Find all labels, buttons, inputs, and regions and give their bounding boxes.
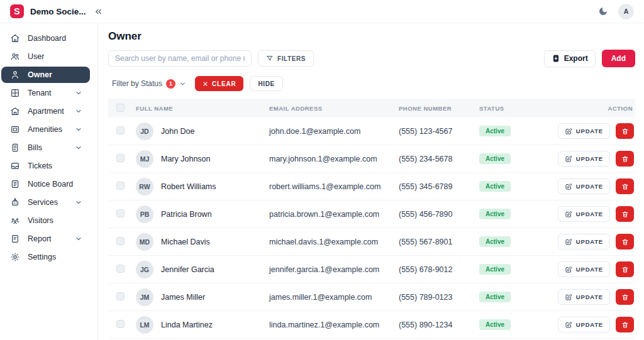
update-button-label: UPDATE — [576, 321, 603, 328]
update-button[interactable]: UPDATE — [558, 123, 610, 139]
hide-filters-button[interactable]: HIDE — [250, 76, 282, 91]
row-avatar: JD — [136, 123, 153, 140]
update-button-label: UPDATE — [576, 293, 603, 300]
sidebar-item-services[interactable]: Services — [1, 194, 90, 211]
owner-name: Michael Davis — [161, 238, 210, 246]
status-badge: Active — [479, 153, 511, 164]
owner-name: Mary Johnson — [161, 155, 211, 163]
search-input[interactable] — [108, 50, 252, 67]
update-button[interactable]: UPDATE — [558, 261, 610, 277]
users-icon — [10, 52, 20, 62]
update-button[interactable]: UPDATE — [558, 289, 610, 305]
owner-email: james.miller.1@example.com — [269, 293, 399, 302]
row-avatar: MJ — [136, 150, 153, 168]
row-avatar: PB — [136, 206, 153, 223]
edit-icon — [565, 238, 572, 246]
sidebar-item-user[interactable]: User — [1, 48, 90, 65]
row-checkbox[interactable] — [116, 320, 125, 328]
app-window: S Demo Socie... A Dashboard User Owner — [0, 0, 644, 340]
add-button[interactable]: Add — [602, 50, 635, 67]
edit-icon — [565, 321, 572, 329]
sidebar: Dashboard User Owner Tenant Apartment Am… — [0, 23, 98, 340]
delete-button[interactable] — [616, 317, 634, 332]
document-icon — [10, 234, 20, 244]
sidebar-item-label: Dashboard — [28, 34, 66, 43]
clear-filters-button[interactable]: CLEAR — [195, 76, 243, 91]
filter-count-badge: 1 — [166, 79, 175, 89]
person-icon — [10, 70, 20, 80]
row-checkbox[interactable] — [116, 265, 125, 273]
owner-name: James Miller — [161, 293, 205, 302]
sidebar-item-amenities[interactable]: Amenities — [1, 121, 90, 138]
table-row: MDMichael Davis michael.davis.1@example.… — [108, 228, 635, 256]
table-row: JDJohn Doe john.doe.1@example.com (555) … — [108, 118, 635, 145]
update-button[interactable]: UPDATE — [558, 151, 610, 167]
status-badge: Active — [479, 236, 511, 247]
delete-button[interactable] — [616, 289, 634, 305]
filter-bar: Filter by Status 1 CLEAR HIDE — [108, 76, 635, 91]
update-button[interactable]: UPDATE — [558, 178, 610, 194]
owner-name: Robert Williams — [161, 182, 216, 191]
sidebar-item-label: Amenities — [28, 125, 62, 134]
sidebar-item-tickets[interactable]: Tickets — [1, 158, 90, 174]
sidebar-item-owner[interactable]: Owner — [1, 67, 90, 83]
sidebar-item-settings[interactable]: Settings — [1, 249, 90, 265]
dark-mode-toggle[interactable] — [598, 6, 608, 16]
update-button[interactable]: UPDATE — [558, 317, 610, 332]
filters-button[interactable]: FILTERS — [258, 50, 314, 67]
user-avatar[interactable]: A — [618, 4, 634, 19]
sidebar-item-dashboard[interactable]: Dashboard — [1, 30, 90, 47]
page-title: Owner — [108, 30, 635, 43]
delete-button[interactable] — [616, 151, 634, 167]
edit-icon — [565, 293, 572, 301]
chevron-down-icon — [75, 199, 82, 206]
sidebar-item-visitors[interactable]: Visitors — [1, 212, 90, 229]
top-bar: S Demo Socie... A — [0, 0, 644, 23]
toolbar-right: Export Add — [544, 50, 635, 67]
chevron-down-icon — [75, 126, 82, 133]
robot-icon — [10, 197, 20, 207]
delete-button[interactable] — [616, 178, 634, 194]
sidebar-item-bills[interactable]: Bills — [1, 140, 90, 156]
select-all-checkbox[interactable] — [116, 104, 125, 112]
sidebar-item-notice-board[interactable]: Notice Board — [1, 176, 90, 192]
filter-by-status-label: Filter by Status — [112, 79, 162, 88]
column-header-action: ACTION — [546, 105, 635, 112]
sidebar-item-apartment[interactable]: Apartment — [1, 103, 90, 119]
trash-icon — [621, 293, 629, 301]
clear-button-label: CLEAR — [212, 80, 236, 87]
app-logo: S — [10, 4, 24, 18]
status-badge: Active — [479, 292, 511, 302]
export-button[interactable]: Export — [544, 50, 596, 67]
row-checkbox[interactable] — [116, 182, 125, 190]
sidebar-item-label: Owner — [28, 70, 52, 79]
owner-email: jennifer.garcia.1@example.com — [269, 265, 399, 274]
update-button-label: UPDATE — [576, 238, 603, 245]
row-checkbox[interactable] — [116, 209, 125, 217]
update-button[interactable]: UPDATE — [558, 234, 610, 250]
update-button[interactable]: UPDATE — [558, 206, 610, 222]
trash-icon — [621, 321, 629, 329]
sidebar-item-report[interactable]: Report — [1, 231, 90, 247]
row-checkbox[interactable] — [116, 292, 125, 300]
delete-button[interactable] — [616, 261, 634, 277]
sidebar-item-tenant[interactable]: Tenant — [1, 85, 90, 101]
delete-button[interactable] — [616, 234, 634, 250]
sidebar-item-label: Visitors — [28, 216, 53, 225]
update-button-label: UPDATE — [576, 128, 603, 134]
owner-email: michael.davis.1@example.com — [269, 238, 399, 246]
owner-phone: (555) 123-4567 — [399, 127, 479, 136]
delete-button[interactable] — [616, 123, 634, 139]
sidebar-collapse-button[interactable] — [94, 7, 103, 16]
owner-phone: (555) 567-8901 — [399, 238, 479, 246]
delete-button[interactable] — [616, 206, 634, 222]
sidebar-item-label: Tenant — [28, 89, 52, 97]
filter-by-status-dropdown[interactable]: Filter by Status 1 — [108, 79, 189, 89]
update-button-label: UPDATE — [576, 155, 603, 162]
row-avatar: MD — [136, 233, 153, 251]
row-checkbox[interactable] — [116, 126, 125, 134]
row-checkbox[interactable] — [116, 237, 125, 245]
owner-email: robert.williams.1@example.com — [269, 182, 399, 191]
owner-phone: (555) 890-1234 — [399, 321, 479, 329]
row-checkbox[interactable] — [116, 154, 125, 162]
